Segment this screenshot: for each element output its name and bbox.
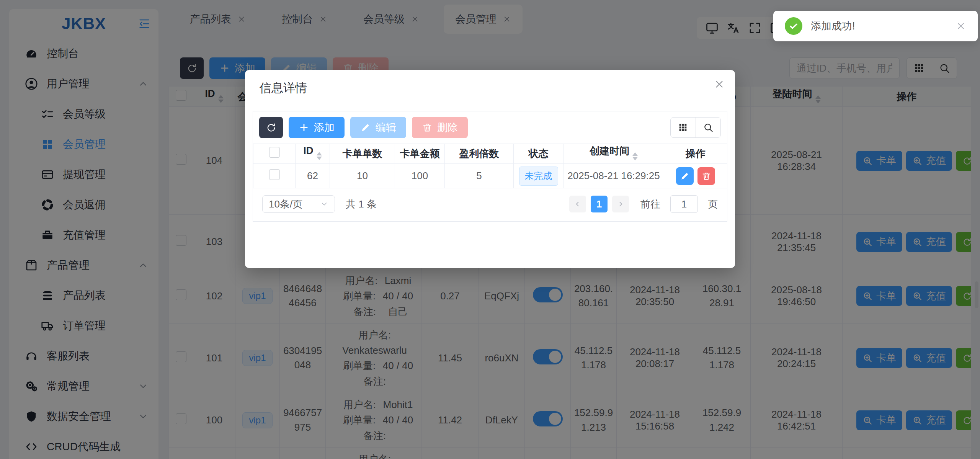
status-badge: 未完成 [519, 167, 558, 186]
current-page-button[interactable]: 1 [591, 196, 608, 212]
modal-add-button[interactable]: 添加 [289, 117, 345, 138]
column-header: 卡单单数 [330, 144, 395, 164]
prev-page-button[interactable] [569, 196, 586, 212]
row-edit-button[interactable] [676, 167, 694, 185]
total-count: 共 1 条 [346, 198, 377, 211]
modal-refresh-button[interactable] [259, 117, 283, 138]
modal-column-settings-button[interactable] [671, 118, 696, 137]
detail-table-row: 62101005未完成2025-08-21 16:29:25 [253, 164, 727, 188]
pencil-icon [680, 171, 690, 181]
page-size-value: 10条/页 [269, 198, 302, 211]
plus-icon [299, 122, 309, 133]
modal-edit-button[interactable]: 编辑 [350, 117, 406, 138]
trash-icon [701, 171, 711, 181]
refresh-icon [266, 122, 276, 133]
chevron-down-icon [320, 200, 328, 208]
modal-add-label: 添加 [314, 121, 335, 134]
column-header: 创建时间 [564, 144, 664, 164]
trash-icon [422, 122, 433, 133]
modal-toolbar: 添加 编辑 删除 [253, 111, 727, 144]
row-checkbox[interactable] [269, 169, 280, 180]
success-check-icon [785, 17, 802, 35]
column-header: 卡单金额 [395, 144, 445, 164]
toast-close-icon[interactable] [956, 21, 966, 31]
goto-page-input[interactable] [670, 195, 698, 213]
modal-view-buttons [670, 117, 721, 138]
detail-table-header: ID卡单单数卡单金额盈利倍数状态创建时间操作 [253, 144, 727, 164]
next-page-button[interactable] [612, 196, 629, 212]
header-checkbox-cell [253, 144, 296, 164]
pencil-icon [360, 122, 371, 133]
detail-modal: 信息详情 添加 编辑 删除 ID卡单单数卡单金额盈利倍数状态创建时间操作 621… [245, 70, 735, 268]
sort-carets-icon[interactable] [317, 149, 322, 163]
success-toast: 添加成功! [773, 11, 978, 41]
modal-delete-button[interactable]: 删除 [412, 117, 468, 138]
sort-carets-icon[interactable] [632, 150, 638, 163]
modal-close-icon[interactable] [714, 78, 725, 90]
column-header: 操作 [664, 144, 727, 164]
modal-search-toggle-button[interactable] [696, 118, 721, 137]
chevron-left-icon [574, 200, 581, 208]
detail-table: ID卡单单数卡单金额盈利倍数状态创建时间操作 62101005未完成2025-0… [253, 144, 727, 188]
chevron-right-icon [617, 200, 624, 208]
modal-title: 信息详情 [260, 80, 307, 96]
column-header: 状态 [514, 144, 564, 164]
row-delete-button[interactable] [697, 167, 715, 185]
modal-delete-label: 删除 [437, 121, 458, 134]
goto-label: 前往 [640, 198, 660, 211]
grid-icon [678, 122, 688, 133]
search-icon [703, 122, 714, 133]
modal-edit-label: 编辑 [376, 121, 396, 134]
page-size-select[interactable]: 10条/页 [262, 195, 335, 213]
pagination: 10条/页 共 1 条 1 前往 页 [253, 188, 727, 221]
page-unit-label: 页 [708, 198, 718, 211]
column-header: ID [296, 144, 330, 164]
column-header: 盈利倍数 [445, 144, 514, 164]
select-all-checkbox[interactable] [269, 147, 280, 158]
toast-message: 添加成功! [811, 19, 855, 33]
modal-table-container: 添加 编辑 删除 ID卡单单数卡单金额盈利倍数状态创建时间操作 62101005… [253, 111, 727, 222]
